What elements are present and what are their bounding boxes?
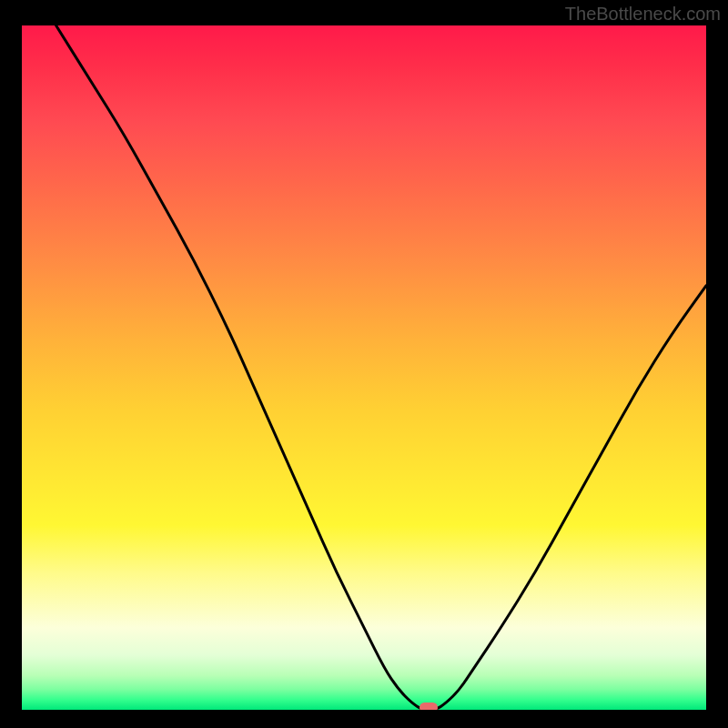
plot-area [22, 25, 706, 710]
watermark-text: TheBottleneck.com [565, 4, 721, 25]
plot-frame [22, 25, 706, 710]
bottleneck-curve [22, 25, 706, 710]
minimum-marker [420, 703, 438, 710]
chart-container: TheBottleneck.com [0, 0, 728, 728]
